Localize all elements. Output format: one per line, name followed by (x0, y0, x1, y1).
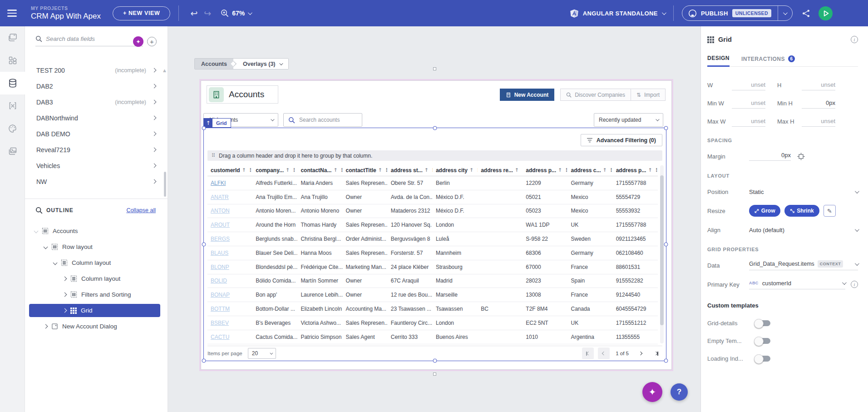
customer-id-link[interactable]: CACTU (207, 330, 252, 344)
size-field-input[interactable]: unset (732, 99, 765, 109)
sort-ascending-icon[interactable]: ↑ (378, 167, 382, 173)
column-menu-icon[interactable]: ⋮ (609, 167, 613, 173)
data-source-item[interactable]: Reveal7219 (25, 142, 168, 158)
column-menu-icon[interactable]: ⋮ (340, 167, 343, 173)
resize-handle[interactable] (433, 359, 437, 363)
accounts-search-field[interactable] (283, 113, 362, 127)
outline-node-filters-and-sorting[interactable]: Filters and Sorting (29, 287, 160, 303)
chevron-right-icon[interactable] (63, 277, 67, 281)
collapse-all-link[interactable]: Collapse all (126, 207, 156, 213)
column-header[interactable]: address p...↑⋮ (613, 164, 658, 176)
grid-scrollbar[interactable] (660, 165, 664, 343)
size-field-input[interactable]: unset (802, 81, 835, 90)
discover-companies-button[interactable]: Discover Companies (560, 89, 631, 101)
search-icon[interactable] (35, 207, 43, 214)
scroll-up-arrow[interactable]: ▲ (163, 68, 166, 73)
breadcrumb[interactable]: MY PROJECTS (31, 5, 101, 11)
column-header[interactable]: address p...↑⋮ (523, 164, 567, 176)
chevron-down-icon[interactable] (783, 10, 788, 15)
column-menu-icon[interactable]: ⋮ (248, 167, 252, 173)
components-icon[interactable] (0, 49, 25, 72)
view-title[interactable]: Accounts (229, 89, 264, 99)
search-accounts-input[interactable] (299, 117, 354, 123)
run-app-button[interactable] (819, 6, 833, 20)
hamburger-icon[interactable] (0, 10, 21, 17)
sort-ascending-icon[interactable]: ↑ (333, 167, 337, 173)
import-button[interactable]: ⇅ Import (631, 89, 666, 101)
data-source-item[interactable]: DAB2 (25, 78, 168, 94)
size-field-input[interactable]: unset (732, 81, 765, 90)
tab-accounts[interactable]: Accounts (195, 59, 233, 69)
accounts-view-card[interactable]: Accounts New Account Discover Companies … (201, 80, 672, 370)
info-icon[interactable]: i (851, 281, 858, 288)
outline-node-column-layout[interactable]: Column layout (29, 271, 160, 287)
undo-icon[interactable]: ↩ (187, 8, 201, 18)
customer-id-link[interactable]: ANATR (207, 190, 252, 204)
view-title-field[interactable]: Accounts (207, 85, 278, 104)
group-by-dropzone[interactable]: ⠿ Drag a column header and drop it here … (207, 150, 662, 161)
column-menu-icon[interactable]: ⋮ (291, 167, 296, 173)
zoom-control[interactable]: 67% (221, 9, 251, 17)
table-row[interactable]: ANATRAna Trujillo Em...Ana TrujilloOwner… (207, 190, 658, 204)
sort-ascending-icon[interactable]: ↑ (515, 167, 519, 173)
screens-icon[interactable] (0, 26, 25, 49)
first-page-button[interactable] (582, 347, 594, 359)
add-data-source-button[interactable]: + (147, 37, 157, 46)
tab-design[interactable]: DESIGN (707, 55, 730, 67)
size-field-input[interactable]: unset (732, 118, 765, 127)
resize-handle[interactable] (202, 126, 206, 130)
grid-selection-frame[interactable]: Advanced Filtering (0) ⠿ Drag a column h… (203, 128, 666, 361)
outline-node-row-layout[interactable]: Row layout (29, 239, 160, 255)
chevron-right-icon[interactable] (63, 308, 67, 313)
platform-select[interactable]: ANGULAR STANDALONE (570, 9, 665, 18)
sort-ascending-icon[interactable]: ↑ (242, 167, 246, 173)
column-header[interactable]: customerId↑⋮ (207, 164, 252, 176)
table-row[interactable]: BOLIDBólido Comida...Martín SommerOwner6… (207, 274, 658, 288)
shrink-button[interactable]: ⤡Shrink (784, 205, 819, 217)
column-header[interactable]: company...↑⋮ (252, 164, 297, 176)
primary-key-select[interactable]: ABC customerId (749, 280, 845, 289)
table-row[interactable]: ANTONAntonio Moren...Antonio MorenoOwner… (207, 204, 658, 218)
column-menu-icon[interactable]: ⋮ (564, 167, 567, 173)
help-fab[interactable]: ? (671, 383, 688, 401)
chevron-down-icon[interactable] (53, 261, 58, 265)
sort-ascending-icon[interactable]: ↑ (286, 167, 290, 173)
sort-ascending-icon[interactable]: ↑ (424, 167, 429, 173)
view-resize-handle[interactable] (433, 67, 436, 70)
sort-ascending-icon[interactable]: ↑ (648, 167, 652, 173)
column-header[interactable]: address c...↑⋮ (568, 164, 613, 176)
data-source-item[interactable]: Vehicles (25, 158, 168, 174)
next-page-button[interactable] (635, 347, 646, 359)
table-row[interactable]: BLAUSBlauer See Deli...Hanna MoosSales R… (207, 246, 658, 260)
column-header[interactable]: address re...↑⋮ (478, 164, 523, 176)
outline-node-accounts[interactable]: Accounts (29, 223, 160, 239)
resize-handle[interactable] (202, 359, 206, 363)
size-field-input[interactable]: 0px (802, 99, 835, 109)
info-icon[interactable]: i (851, 36, 858, 43)
customer-id-link[interactable]: BERGS (207, 232, 252, 246)
edit-resize-button[interactable]: ✎ (824, 205, 836, 217)
column-header[interactable]: address city↑⋮ (433, 164, 478, 176)
ai-assist-button[interactable]: ✦ (133, 36, 143, 47)
resize-handle[interactable] (664, 243, 668, 247)
resize-handle[interactable] (433, 126, 437, 130)
new-account-button[interactable]: New Account (500, 89, 555, 101)
size-field-input[interactable]: unset (802, 118, 835, 127)
customer-id-link[interactable]: BONAP (207, 288, 252, 302)
data-select[interactable]: Grid_Data_Request.items CONTEXT (749, 260, 858, 270)
table-row[interactable]: AROUTAround the HornThomas HardySales Re… (207, 218, 658, 232)
ai-assistant-fab[interactable]: ✦ (642, 382, 662, 402)
selected-component-badge[interactable]: ↑ Grid (203, 118, 231, 128)
sort-select[interactable]: Recently updated (594, 113, 663, 127)
customer-id-link[interactable]: AROUT (207, 218, 252, 232)
customer-id-link[interactable]: BOTTM (207, 302, 252, 316)
view-resize-handle[interactable] (433, 372, 436, 376)
align-select[interactable]: Auto (default) (749, 227, 858, 233)
table-row[interactable]: CACTUCactus Comida...Patricio SimpsonSal… (207, 330, 658, 344)
data-source-item[interactable]: NW (25, 174, 168, 189)
customer-id-link[interactable]: BSBEV (207, 316, 252, 330)
toggle-switch[interactable] (755, 356, 770, 362)
position-select[interactable]: Static (749, 189, 858, 195)
last-page-button[interactable] (651, 347, 662, 359)
table-row[interactable]: BOTTMBottom-Dollar ...Elizabeth LincolnA… (207, 302, 658, 316)
